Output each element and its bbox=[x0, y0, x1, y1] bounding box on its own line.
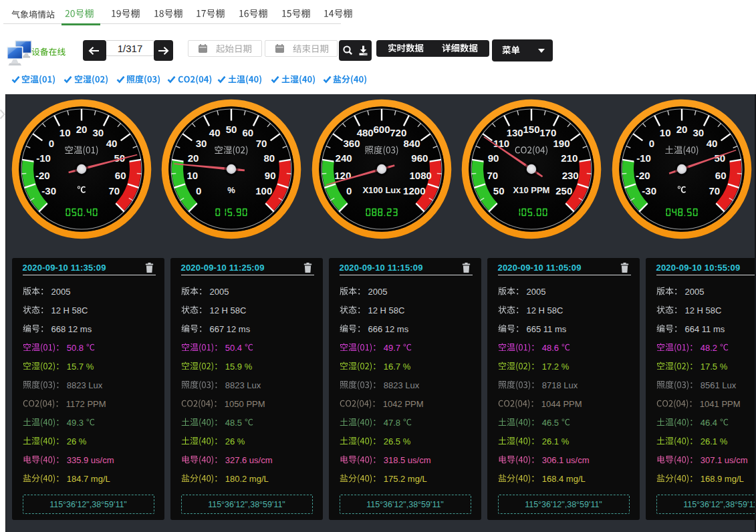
svg-text:40: 40 bbox=[106, 138, 118, 149]
svg-text:50: 50 bbox=[493, 185, 505, 196]
svg-text:90: 90 bbox=[265, 170, 276, 181]
svg-text:-20: -20 bbox=[35, 170, 50, 181]
svg-text:X100 Lux: X100 Lux bbox=[362, 185, 401, 195]
svg-text:0: 0 bbox=[648, 138, 654, 149]
svg-text:130: 130 bbox=[507, 127, 523, 138]
svg-text:1200: 1200 bbox=[403, 185, 425, 196]
svg-text:90: 90 bbox=[488, 152, 499, 164]
svg-text:-30: -30 bbox=[642, 185, 656, 196]
svg-text:-20: -20 bbox=[636, 170, 650, 181]
svg-text:150: 150 bbox=[523, 124, 540, 135]
svg-text:210: 210 bbox=[561, 152, 578, 164]
svg-text:960: 960 bbox=[411, 152, 428, 164]
svg-text:50: 50 bbox=[226, 124, 237, 135]
svg-text:240: 240 bbox=[335, 152, 352, 164]
svg-text:70: 70 bbox=[487, 170, 499, 181]
svg-text:70: 70 bbox=[108, 185, 120, 196]
svg-text:190: 190 bbox=[553, 138, 570, 149]
svg-text:110: 110 bbox=[493, 138, 509, 149]
svg-text:-10: -10 bbox=[36, 152, 51, 164]
svg-text:20: 20 bbox=[76, 124, 88, 135]
svg-text:1080: 1080 bbox=[409, 170, 431, 181]
svg-text:60: 60 bbox=[715, 170, 726, 181]
svg-text:360: 360 bbox=[343, 138, 360, 149]
svg-text:0: 0 bbox=[49, 138, 54, 149]
svg-text:0: 0 bbox=[196, 185, 201, 196]
svg-text:20: 20 bbox=[676, 124, 687, 135]
svg-text:60: 60 bbox=[243, 127, 254, 138]
svg-text:70: 70 bbox=[256, 138, 267, 149]
svg-text:0: 0 bbox=[346, 185, 352, 196]
svg-text:10: 10 bbox=[59, 127, 71, 138]
svg-text:%: % bbox=[228, 185, 236, 195]
svg-text:10: 10 bbox=[187, 170, 199, 181]
svg-text:30: 30 bbox=[692, 127, 704, 138]
svg-text:70: 70 bbox=[709, 185, 720, 196]
svg-text:60: 60 bbox=[115, 170, 126, 181]
svg-text:20: 20 bbox=[188, 152, 199, 164]
svg-text:40: 40 bbox=[209, 127, 221, 138]
svg-text:-10: -10 bbox=[636, 152, 651, 164]
svg-text:X10 PPM: X10 PPM bbox=[513, 185, 550, 195]
svg-text:30: 30 bbox=[196, 138, 207, 149]
svg-text:100: 100 bbox=[256, 185, 273, 196]
svg-text:-30: -30 bbox=[41, 185, 56, 196]
svg-text:230: 230 bbox=[562, 170, 579, 181]
svg-text:840: 840 bbox=[403, 138, 420, 149]
svg-text:480: 480 bbox=[356, 127, 373, 138]
svg-text:80: 80 bbox=[264, 152, 275, 164]
svg-text:10: 10 bbox=[659, 127, 670, 138]
svg-text:30: 30 bbox=[92, 127, 104, 138]
svg-text:600: 600 bbox=[373, 124, 390, 135]
svg-text:250: 250 bbox=[555, 185, 572, 196]
svg-text:40: 40 bbox=[706, 138, 717, 149]
